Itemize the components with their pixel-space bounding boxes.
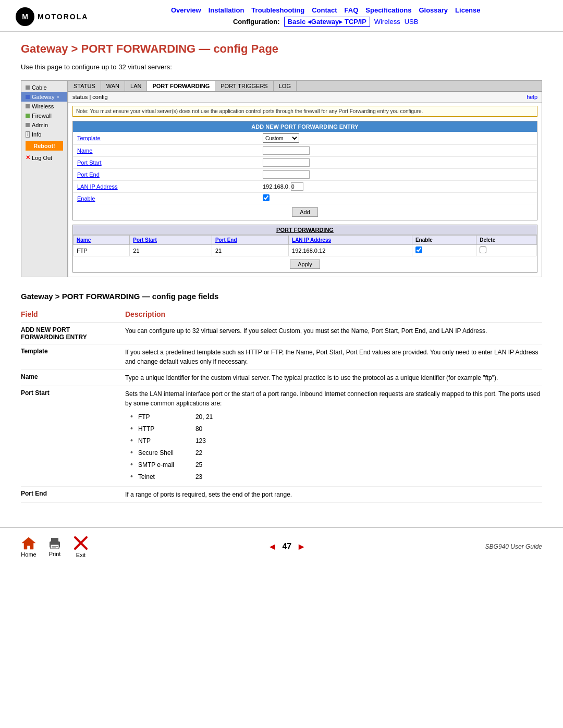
row-port-start: 21 <box>130 245 212 256</box>
svg-marker-2 <box>22 537 35 549</box>
form-row-lan-ip: LAN IP Address 192.168.0. <box>73 181 537 193</box>
sidebar-panel: Cable Gateway » Wireless Firewall Admin … <box>21 80 68 277</box>
row-enable[interactable] <box>412 245 476 256</box>
user-guide-text: SBG940 User Guide <box>485 543 542 550</box>
sidebar-item-cable[interactable]: Cable <box>21 83 67 92</box>
row-enable-checkbox[interactable] <box>415 246 422 253</box>
label-name: Name <box>73 145 259 157</box>
nav-troubleshooting[interactable]: Troubleshooting <box>251 6 304 14</box>
prev-page-button[interactable]: ◄ <box>268 541 277 552</box>
wireless-dot <box>26 104 30 108</box>
form-row-port-end: Port End <box>73 169 537 181</box>
page-nav: ◄ 47 ► <box>268 541 306 552</box>
fields-table: Field Description ADD NEW PORTFORWARDING… <box>21 308 542 503</box>
name-input[interactable] <box>263 146 310 155</box>
tab-port-forwarding[interactable]: PORT FORWARDING <box>147 81 215 91</box>
ip-prefix: 192.168.0. <box>263 183 290 190</box>
motorola-icon: M <box>16 7 34 26</box>
tab-status[interactable]: STATUS <box>68 81 101 91</box>
page-title: Gateway > PORT FORWARDING — config Page <box>21 42 542 56</box>
sidebar-label-wireless: Wireless <box>32 103 54 109</box>
form-row-name: Name <box>73 145 537 157</box>
nav-faq[interactable]: FAQ <box>345 6 359 14</box>
config-active: Basic ◂Gateway▸ TCP/IP <box>284 17 370 27</box>
enable-checkbox[interactable] <box>263 194 270 201</box>
logout-button[interactable]: ✕ Log Out <box>21 153 67 163</box>
sidebar-label-info: Info <box>32 131 41 138</box>
field-row-add: ADD NEW PORTFORWARDING ENTRY You can con… <box>21 323 542 344</box>
bullet-ntp: NTP123 <box>130 435 542 446</box>
svg-text:M: M <box>22 13 28 21</box>
config-label: Configuration: <box>233 18 280 26</box>
home-label: Home <box>21 551 36 558</box>
print-button[interactable]: Print <box>47 536 63 557</box>
nav-area: Overview Installation Troubleshooting Co… <box>104 6 547 27</box>
gateway-arrow: » <box>56 94 59 100</box>
field-name-template: Template <box>21 344 125 370</box>
config-wireless[interactable]: Wireless <box>374 18 400 26</box>
content-panel: STATUS WAN LAN PORT FORWARDING PORT TRIG… <box>68 80 542 277</box>
home-button[interactable]: Home <box>21 536 36 558</box>
config-usb[interactable]: USB <box>405 18 419 26</box>
svg-rect-6 <box>52 546 58 547</box>
col-name: Name <box>74 236 130 245</box>
sidebar-label-gateway: Gateway <box>32 94 54 100</box>
page-number: 47 <box>282 542 291 551</box>
logo-text: MOTOROLA <box>38 13 88 21</box>
sidebar-label-admin: Admin <box>32 122 48 128</box>
tab-lan[interactable]: LAN <box>125 81 147 91</box>
exit-button[interactable]: Exit <box>73 535 89 558</box>
col-enable: Enable <box>412 236 476 245</box>
label-port-start: Port Start <box>73 157 259 169</box>
add-form-table: Template Custom FTP HTTP Name <box>73 132 537 204</box>
sidebar-item-info[interactable]: i Info <box>21 130 67 139</box>
admin-dot <box>26 123 30 127</box>
row-port-end: 21 <box>212 245 288 256</box>
bullet-ssh: Secure Shell22 <box>130 447 542 458</box>
tab-port-triggers[interactable]: PORT TRIGGERS <box>215 81 273 91</box>
nav-license[interactable]: License <box>455 6 480 14</box>
field-desc-port-end: If a range of ports is required, sets th… <box>125 487 542 503</box>
pf-header-text: PORT FORWARDING <box>276 227 334 233</box>
ip-last-octet[interactable] <box>291 182 303 191</box>
sidebar-item-firewall[interactable]: Firewall <box>21 111 67 120</box>
cable-dot <box>26 85 30 90</box>
help-link[interactable]: help <box>527 94 537 100</box>
label-template: Template <box>73 132 259 145</box>
section-subtitle: Gateway > PORT FORWARDING — config page … <box>21 292 542 301</box>
tab-log[interactable]: LOG <box>274 81 297 91</box>
print-label: Print <box>49 551 61 557</box>
nav-contact[interactable]: Contact <box>312 6 337 14</box>
field-desc-add: You can configure up to 32 virtual serve… <box>125 323 542 344</box>
col-delete: Delete <box>476 236 537 245</box>
add-button[interactable]: Add <box>292 207 318 217</box>
field-name-name: Name <box>21 370 125 386</box>
template-select[interactable]: Custom FTP HTTP <box>263 133 299 143</box>
row-delete-checkbox[interactable] <box>480 246 486 253</box>
nav-overview[interactable]: Overview <box>171 6 201 14</box>
sidebar-item-wireless[interactable]: Wireless <box>21 102 67 111</box>
home-icon <box>21 536 36 550</box>
pf-table-header: PORT FORWARDING <box>73 225 537 235</box>
row-delete[interactable] <box>476 245 537 256</box>
port-end-input[interactable] <box>263 170 310 179</box>
apply-button[interactable]: Apply <box>290 260 320 269</box>
field-desc-template: If you select a predefined template such… <box>125 344 542 370</box>
next-page-button[interactable]: ► <box>297 541 306 552</box>
field-name-add: ADD NEW PORTFORWARDING ENTRY <box>21 323 125 344</box>
sidebar-item-gateway[interactable]: Gateway » <box>21 92 67 102</box>
nav-glossary[interactable]: Glossary <box>419 6 448 14</box>
port-start-input[interactable] <box>263 158 310 167</box>
sidebar-item-admin[interactable]: Admin <box>21 120 67 130</box>
sidebar-label-firewall: Firewall <box>32 113 52 119</box>
col-lan-ip: LAN IP Address <box>289 236 412 245</box>
bullet-http: HTTP80 <box>130 423 542 434</box>
field-row-name: Name Type a unique identifier for the cu… <box>21 370 542 386</box>
tab-wan[interactable]: WAN <box>101 81 125 91</box>
nav-specifications[interactable]: Specifications <box>365 6 411 14</box>
port-forwarding-table: Name Port Start Port End LAN IP Address … <box>73 235 537 256</box>
port-start-bullets: FTP20, 21 HTTP80 NTP123 Secure Shell22 S… <box>125 411 542 482</box>
nav-installation[interactable]: Installation <box>209 6 244 14</box>
bullet-smtp: SMTP e-mail25 <box>130 459 542 470</box>
reboot-button[interactable]: Reboot! <box>26 141 63 151</box>
